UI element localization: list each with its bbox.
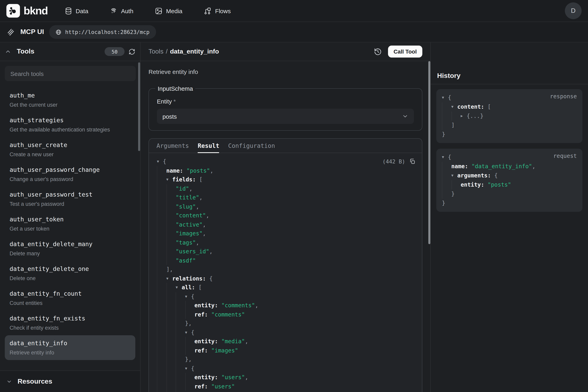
call-tool-button[interactable]: Call Tool xyxy=(388,46,422,58)
entity-label-text: Entity xyxy=(157,98,172,105)
collapse-tools-button[interactable] xyxy=(5,48,11,55)
json-line: ref: "comments" xyxy=(157,310,415,319)
json-toggle-icon[interactable]: ▼ xyxy=(157,157,163,166)
search-input[interactable] xyxy=(5,66,136,81)
mcp-url: http://localhost:28623/mcp xyxy=(65,29,150,35)
json-toggle-icon[interactable]: ▼ xyxy=(166,274,172,283)
json-toggle-icon[interactable]: ▼ xyxy=(185,328,191,337)
json-line: entity: "comments", xyxy=(157,301,415,310)
indent-guide xyxy=(185,373,195,382)
json-toggle-icon[interactable]: ▼ xyxy=(185,292,191,301)
json-toggle-icon[interactable]: ▼ xyxy=(176,283,182,292)
json-key: fields: xyxy=(172,176,196,182)
copy-icon[interactable] xyxy=(409,158,415,165)
sidebar-scrollbar[interactable] xyxy=(138,62,140,151)
nav-item-media[interactable]: Media xyxy=(155,7,183,14)
json-toggle-icon[interactable]: ▼ xyxy=(451,171,457,180)
json-toggle-icon[interactable]: ▼ xyxy=(166,175,172,184)
bknd-logo-icon xyxy=(6,4,20,18)
tool-list-item[interactable]: auth_meGet the current user xyxy=(5,88,135,112)
tab-arguments[interactable]: Arguments xyxy=(157,139,189,153)
tools-section-header: Tools 50 xyxy=(0,42,140,61)
tool-list-item[interactable]: auth_user_password_changeChange a user's… xyxy=(5,162,135,186)
history-entry-tag: request xyxy=(553,153,577,159)
tool-list-item[interactable]: data_entity_fn_existsCheck if entity exi… xyxy=(5,310,135,335)
result-card: Arguments Result Configuration (442 B) xyxy=(149,138,422,392)
indent-guide xyxy=(166,256,176,265)
indent-guide xyxy=(157,382,166,391)
top-bar: bknd Data xyxy=(0,0,588,22)
indent-guide xyxy=(176,328,185,337)
json-line: ▼fields: [ xyxy=(157,175,415,184)
json-key: name: xyxy=(166,167,183,174)
json-string: "posts" xyxy=(183,167,210,174)
tools-sidebar: Tools 50 auth_meGet the curren xyxy=(0,42,141,392)
json-line: ▼{ xyxy=(157,292,415,301)
indent-guide xyxy=(176,355,185,364)
indent-guide xyxy=(166,193,176,202)
history-entry-tag: response xyxy=(550,93,577,100)
entity-select[interactable]: posts xyxy=(157,109,414,124)
json-line: name: "data_entity_info", xyxy=(442,162,577,171)
indent-guide xyxy=(166,337,176,346)
main-scrollbar[interactable] xyxy=(428,61,430,244)
tool-list-item[interactable]: data_entity_delete_oneDelete one xyxy=(5,261,135,286)
json-line: }, xyxy=(157,319,415,328)
json-punct: , xyxy=(202,230,206,236)
result-json-lines: ▼{name: "posts",▼fields: ["id","title","… xyxy=(157,157,415,392)
tool-list-item[interactable]: auth_user_tokenGet a user token xyxy=(5,212,135,236)
json-line: "active", xyxy=(157,220,415,229)
json-string: "active" xyxy=(176,221,202,228)
refresh-tools-button[interactable] xyxy=(129,48,135,55)
tool-list-item[interactable]: data_entity_fn_countCount entities xyxy=(5,286,135,310)
indent-guide xyxy=(166,292,176,301)
tool-list-item[interactable]: data_entity_delete_manyDelete many xyxy=(5,236,135,261)
tab-result[interactable]: Result xyxy=(198,139,219,153)
json-toggle-icon[interactable]: ▶ xyxy=(461,112,467,121)
history-entry-response[interactable]: response ▼{▼content: [▶{...}]} xyxy=(436,89,583,143)
tool-list-item[interactable]: data_entity_infoRetrieve entity info xyxy=(5,335,135,360)
indent-guide xyxy=(185,346,195,355)
resources-section-header[interactable]: Resources xyxy=(0,370,140,392)
tool-name: data_entity_delete_many xyxy=(9,240,131,248)
user-avatar[interactable]: D xyxy=(565,2,582,19)
indent-guide xyxy=(442,171,451,180)
tool-list-item[interactable]: auth_strategiesGet the available authent… xyxy=(5,112,135,137)
json-string: "content" xyxy=(176,212,206,218)
tool-detail-body: Retrieve entity info InputSchema Entity*… xyxy=(141,61,430,392)
tool-description: Delete many xyxy=(9,250,131,257)
json-line: entity: "media", xyxy=(157,337,415,346)
json-punct: [ xyxy=(196,176,202,182)
indent-guide xyxy=(157,229,166,238)
history-entry-request[interactable]: request ▼{name: "data_entity_info",▼argu… xyxy=(436,149,583,212)
database-icon xyxy=(64,7,72,14)
tab-configuration[interactable]: Configuration xyxy=(228,139,275,153)
json-toggle-icon[interactable]: ▼ xyxy=(442,93,448,102)
json-toggle-icon[interactable]: ▼ xyxy=(185,364,191,373)
mcp-logo-icon xyxy=(6,28,15,36)
json-toggle-icon[interactable]: ▼ xyxy=(442,153,448,162)
json-toggle-icon[interactable]: ▼ xyxy=(451,102,457,112)
json-punct: ] xyxy=(451,122,455,128)
mcp-url-pill[interactable]: http://localhost:28623/mcp xyxy=(49,25,156,39)
indent-guide xyxy=(166,301,176,310)
json-key: entity: xyxy=(195,302,218,308)
nav-item-auth[interactable]: Auth xyxy=(110,7,133,14)
json-line: } xyxy=(442,198,577,208)
search-wrap xyxy=(0,61,140,84)
breadcrumb-section[interactable]: Tools xyxy=(149,48,164,55)
json-string: "title" xyxy=(176,194,199,200)
tool-detail-panel: Tools / data_entity_info xyxy=(141,42,430,392)
json-punct: , xyxy=(196,239,199,246)
tool-list-item[interactable]: auth_user_password_testTest a user's pas… xyxy=(5,186,135,212)
nav-item-data[interactable]: Data xyxy=(64,7,88,14)
tool-list-item[interactable]: auth_user_createCreate a new user xyxy=(5,137,135,162)
json-punct: , xyxy=(245,338,248,344)
json-punct: ], xyxy=(166,266,173,272)
brand[interactable]: bknd xyxy=(6,4,48,18)
indent-guide xyxy=(157,373,166,382)
history-toggle-button[interactable] xyxy=(374,47,382,56)
nav-item-flows[interactable]: Flows xyxy=(204,7,231,14)
entity-select-value: posts xyxy=(163,113,177,120)
json-punct: , xyxy=(255,302,258,308)
